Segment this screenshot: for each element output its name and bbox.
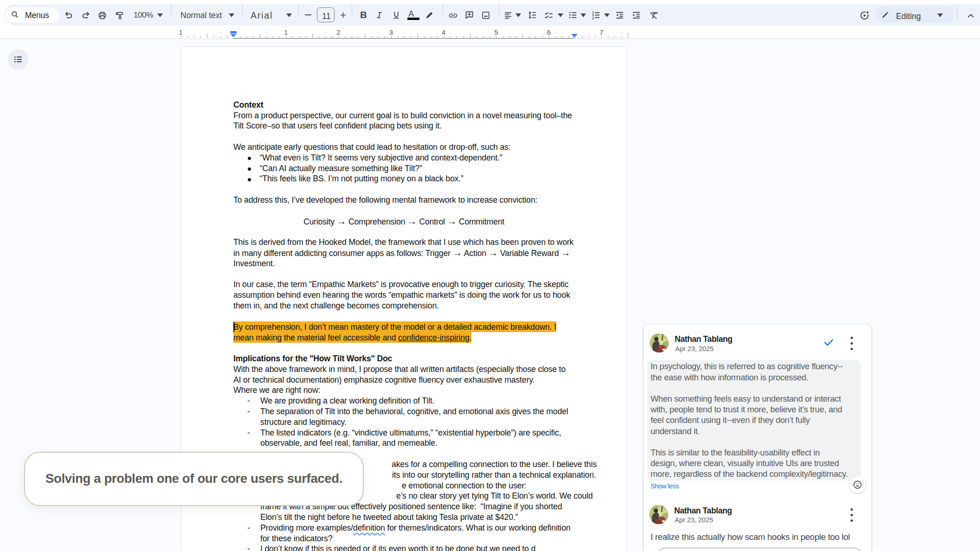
svg-text:3: 3 bbox=[592, 17, 594, 20]
